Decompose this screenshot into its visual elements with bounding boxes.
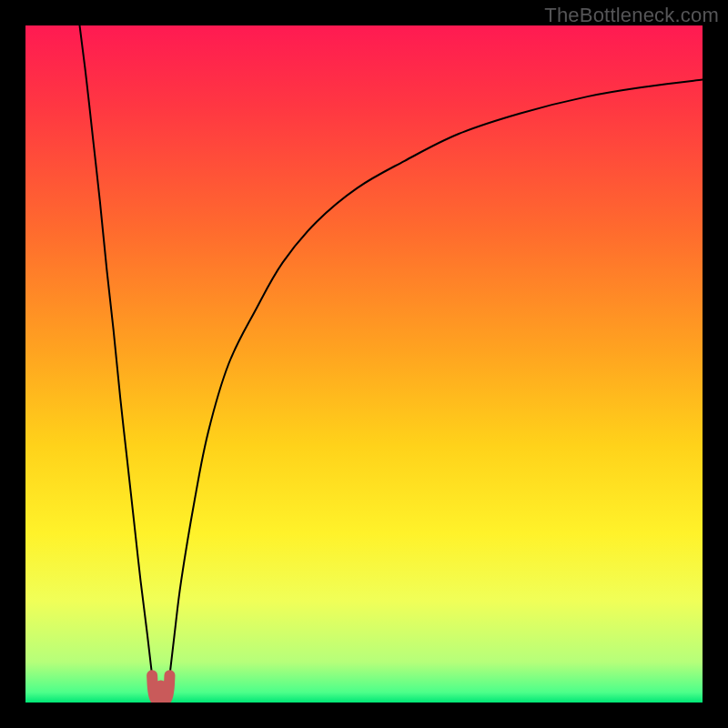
outer-frame: TheBottleneck.com <box>0 0 728 728</box>
chart-svg <box>25 25 703 703</box>
watermark-text: TheBottleneck.com <box>544 4 719 27</box>
gradient-background <box>25 25 703 703</box>
plot-area <box>25 25 703 703</box>
